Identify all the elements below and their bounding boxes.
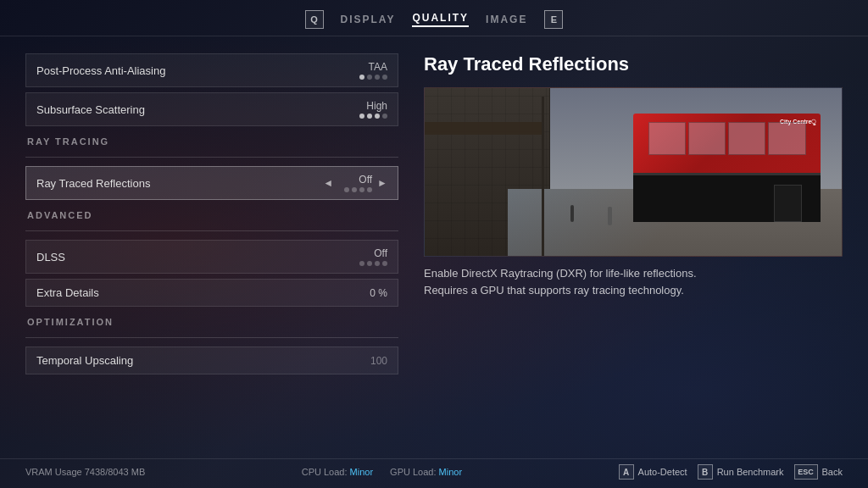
dot [359,261,364,266]
gpu-label-text: GPU Load: [390,467,436,477]
setting-name-extra-details: Extra Details [36,286,99,299]
awning [425,122,542,136]
cpu-load-label: CPU Load: Minor [302,467,373,477]
setting-dots-dlss [359,261,387,266]
setting-value-extra-details: 0 % [353,287,387,299]
bottom-bar: VRAM Usage 7438/8043 MB CPU Load: Minor … [0,458,868,488]
dot [344,187,349,192]
setting-extra-details[interactable]: Extra Details 0 % [25,279,398,307]
setting-value-container-pp-aa: TAA [353,61,387,80]
scene [425,88,842,256]
setting-name-temporal: Temporal Upscaling [36,354,133,367]
load-info: CPU Load: Minor GPU Load: Minor [302,467,462,477]
dot [375,261,380,266]
dot [382,75,387,80]
auto-detect-button[interactable]: A Auto-Detect [619,464,687,480]
arrow-left-icon: ◄ [323,177,333,189]
setting-subsurface-scattering[interactable]: Subsurface Scattering High [25,92,398,126]
detail-title: Ray Traced Reflections [424,53,843,75]
key-a-icon: A [619,464,634,480]
section-ray-tracing: RAY TRACING [25,136,398,147]
setting-temporal-upscaling[interactable]: Temporal Upscaling 100 [25,347,398,374]
dot [375,114,380,119]
bus-door [774,185,802,222]
dot [382,261,387,266]
setting-value-pp-aa: TAA [353,61,387,73]
gpu-load-label: GPU Load: Minor [390,467,462,477]
setting-name-pp-aa: Post-Process Anti-Aliasing [36,64,165,77]
arrow-right-icon: ► [377,177,387,189]
dot [359,75,364,80]
setting-value-rtr: Off [338,174,372,186]
main-layout: Post-Process Anti-Aliasing TAA Subsurfac… [0,36,868,458]
main-content: Q DISPLAY QUALITY IMAGE E Post-Process A… [0,0,868,488]
setting-ray-traced-reflections[interactable]: Ray Traced Reflections ◄ Off ► [25,166,398,200]
pole [542,97,544,256]
detail-image [424,87,843,257]
section-optimization: OPTIMIZATION [25,317,398,327]
back-button[interactable]: ESC Back [794,464,843,480]
setting-value-container-sss: High [353,100,387,119]
cpu-label-text: CPU Load: [302,467,348,477]
action-buttons: A Auto-Detect B Run Benchmark ESC Back [619,464,843,480]
section-advanced: ADVANCED [25,210,398,220]
dot [375,75,380,80]
bus-lower-deck [633,173,821,222]
separator-advanced [25,230,398,231]
setting-dots-rtr [344,187,372,192]
gpu-load-value: Minor [439,467,463,477]
key-esc-icon: ESC [794,464,818,480]
bus-window [688,122,726,155]
settings-panel: Post-Process Anti-Aliasing TAA Subsurfac… [25,53,398,446]
setting-dots-sss [359,114,387,119]
dot [367,261,372,266]
pedestrian-1 [570,205,574,222]
cpu-load-value: Minor [350,467,374,477]
back-label: Back [822,467,843,477]
dot [352,187,357,192]
dot [359,187,364,192]
pedestrian-2 [608,207,612,225]
key-b-icon: B [698,464,713,480]
separator-optimization [25,337,398,338]
key-q: Q [305,10,324,29]
setting-dots-pp-aa [359,75,387,80]
setting-dlss[interactable]: DLSS Off [25,240,398,274]
setting-name-rtr: Ray Traced Reflections [36,177,150,190]
dot [359,114,364,119]
setting-value-sss: High [353,100,387,112]
tab-quality[interactable]: QUALITY [412,12,469,27]
bus-window [768,122,805,155]
dot [367,187,372,192]
setting-value-wrap-rtr: ◄ Off ► [323,174,387,192]
top-navigation: Q DISPLAY QUALITY IMAGE E [0,0,868,36]
setting-value-container-dlss: Off [353,247,387,266]
dot [382,114,387,119]
setting-post-process-aa[interactable]: Post-Process Anti-Aliasing TAA [25,53,398,87]
dot [367,75,372,80]
setting-name-sss: Subsurface Scattering [36,103,145,116]
tab-image[interactable]: IMAGE [486,14,527,25]
setting-value-container-rtr: Off [338,174,372,192]
vram-info: VRAM Usage 7438/8043 MB [25,467,145,477]
bus-windows [648,122,806,155]
auto-detect-label: Auto-Detect [638,467,687,477]
setting-value-dlss: Off [353,247,387,259]
dot [367,114,372,119]
detail-description: Enable DirectX Raytracing (DXR) for life… [424,265,843,298]
run-benchmark-button[interactable]: B Run Benchmark [698,464,784,480]
tab-display[interactable]: DISPLAY [341,14,396,25]
bus [633,114,821,223]
key-e: E [544,10,563,29]
detail-panel: Ray Traced Reflections [424,53,843,446]
setting-name-dlss: DLSS [36,251,65,263]
bus-window [728,122,765,155]
separator-ray-tracing [25,157,398,158]
bus-window [648,122,686,155]
setting-value-temporal: 100 [353,355,387,367]
run-benchmark-label: Run Benchmark [717,467,784,477]
